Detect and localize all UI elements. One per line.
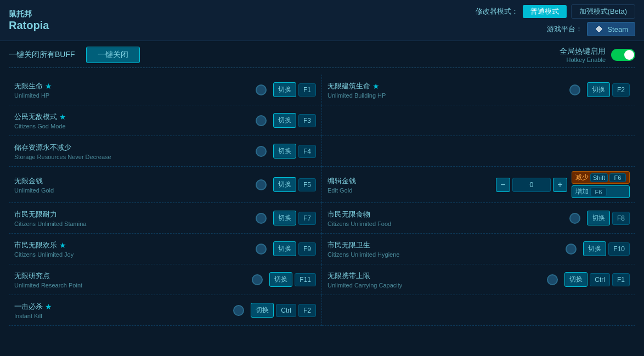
- header-right: 修改器模式： 普通模式 加强模式(Beta) 游戏平台： Steam: [476, 4, 635, 36]
- toggle-circle-unlimited-joy[interactable]: [256, 244, 267, 255]
- key-f4: F4: [298, 145, 316, 158]
- gold-buttons: 减少 Shift F6 增加 F6: [572, 171, 630, 198]
- toggle-circle-unlimited-research[interactable]: [252, 274, 263, 285]
- cheat-en-unlimited-hygiene: Citizens Unlimited Hygiene: [327, 251, 559, 258]
- cheat-unlimited-building-hp: 无限建筑生命 ★ Unlimited Building HP 切换 F2: [322, 75, 635, 105]
- key-f9: F9: [298, 242, 316, 256]
- header: 鼠托邦 Ratopia 修改器模式： 普通模式 加强模式(Beta) 游戏平台：…: [0, 0, 644, 41]
- toggle-circle-storage[interactable]: [256, 146, 267, 157]
- toggle-btn-unlimited-food[interactable]: 切换: [587, 211, 610, 225]
- toggle-btn-unlimited-joy[interactable]: 切换: [273, 241, 296, 256]
- mode-normal-button[interactable]: 普通模式: [523, 5, 567, 18]
- cheat-controls-unlimited-carrying: 切换 Ctrl F1: [564, 272, 630, 287]
- toggle-circle-unlimited-gold[interactable]: [256, 179, 267, 190]
- toggle-btn-building-hp[interactable]: 切换: [587, 82, 610, 97]
- mode-label: 修改器模式：: [476, 7, 518, 16]
- edit-gold-controls: − + 减少 Shift F6 增加 F6: [496, 171, 630, 198]
- cheat-cn-unlimited-carrying: 无限携带上限: [327, 271, 370, 281]
- cheat-instant-kill: 一击必杀 ★ Instant Kill 切换 Ctrl F2: [9, 295, 322, 326]
- cheat-en-unlimited-food: Citizens Unlimited Food: [327, 221, 563, 227]
- cheat-name-unlimited-food: 市民无限食物 Citizens Unlimited Food: [327, 210, 563, 227]
- plus-button[interactable]: +: [553, 178, 567, 192]
- steam-label: Steam: [607, 25, 628, 33]
- minus-button[interactable]: −: [496, 178, 510, 192]
- cheat-controls-instant-kill: 切换 Ctrl F2: [251, 303, 316, 318]
- cheat-name-instant-kill: 一击必杀 ★ Instant Kill: [14, 302, 227, 319]
- platform-row: 游戏平台： Steam: [547, 22, 635, 36]
- cheat-en-unlimited-stamina: Citizens Unlimited Stamina: [14, 221, 249, 227]
- key-f5: F5: [298, 178, 316, 191]
- key-ctrl-unlimited-carrying: Ctrl: [590, 273, 610, 286]
- gold-input[interactable]: [512, 178, 551, 192]
- cheat-name-unlimited-hp: 无限生命 ★ Unlimited HP: [14, 81, 249, 99]
- cheat-storage-resources: 储存资源永不减少 Storage Resources Never Decreas…: [9, 136, 322, 167]
- cheat-en-unlimited-building-hp: Unlimited Building HP: [327, 92, 563, 99]
- key-f6-increase: F6: [590, 188, 607, 196]
- toggle-circle-unlimited-hygiene[interactable]: [566, 244, 577, 255]
- star-icon-instant-kill[interactable]: ★: [45, 302, 52, 311]
- toggle-circle-building-hp[interactable]: [569, 84, 580, 95]
- hotkey-toggle[interactable]: [611, 49, 635, 61]
- cheat-unlimited-hygiene: 市民无限卫生 Citizens Unlimited Hygiene 切换 F10: [322, 234, 635, 264]
- one-key-section: 一键关闭所有BUFF 一键关闭: [9, 47, 140, 63]
- reduce-button[interactable]: 减少 Shift F6: [572, 171, 630, 184]
- cheat-controls-unlimited-stamina: 切换 F7: [273, 211, 316, 225]
- key-f11: F11: [295, 273, 316, 286]
- key-shift: Shift: [590, 173, 608, 182]
- toggle-circle-instant-kill[interactable]: [233, 305, 244, 316]
- cheat-unlimited-joy: 市民无限欢乐 ★ Citizens Unlimited Joy 切换 F9: [9, 234, 322, 264]
- mode-row: 修改器模式： 普通模式 加强模式(Beta): [476, 4, 635, 19]
- key-ctrl-instant-kill: Ctrl: [276, 304, 296, 317]
- cheat-controls-unlimited-research: 切换 F11: [269, 272, 316, 287]
- cheat-empty-3r: [322, 136, 635, 167]
- cheat-en-unlimited-carrying: Unlimited Carrying Capacity: [327, 282, 540, 289]
- cheat-cn-unlimited-stamina: 市民无限耐力: [14, 210, 57, 219]
- toggle-btn-unlimited-gold[interactable]: 切换: [273, 177, 296, 192]
- title-en: Ratopia: [9, 19, 49, 32]
- star-icon-unlimited-hp[interactable]: ★: [45, 82, 52, 91]
- cheat-name-god-mode: 公民无敌模式 ★ Citizens God Mode: [14, 112, 249, 129]
- key-f1: F1: [298, 83, 316, 97]
- mode-beta-button[interactable]: 加强模式(Beta): [571, 4, 635, 19]
- key-f8: F8: [612, 212, 630, 225]
- toggle-circle-god-mode[interactable]: [256, 115, 267, 126]
- toggle-btn-instant-kill[interactable]: 切换: [251, 303, 274, 318]
- cheat-cn-edit-gold: 编辑金钱: [327, 176, 356, 186]
- star-icon-unlimited-joy[interactable]: ★: [59, 241, 66, 250]
- toggle-circle-unlimited-food[interactable]: [569, 213, 580, 224]
- toggle-btn-god-mode[interactable]: 切换: [273, 113, 296, 128]
- top-controls: 一键关闭所有BUFF 一键关闭 全局热键启用 Hotkey Enable: [9, 47, 635, 68]
- cheat-empty-8r: [322, 295, 635, 326]
- star-icon-god-mode[interactable]: ★: [59, 112, 66, 121]
- cheat-name-unlimited-stamina: 市民无限耐力 Citizens Unlimited Stamina: [14, 210, 249, 227]
- cheat-cn-unlimited-joy: 市民无限欢乐: [14, 240, 57, 250]
- key-f1-unlimited-carrying: F1: [612, 273, 630, 286]
- one-key-button[interactable]: 一键关闭: [86, 47, 140, 63]
- toggle-btn-unlimited-hp[interactable]: 切换: [273, 82, 296, 97]
- steam-button[interactable]: Steam: [587, 22, 635, 36]
- star-icon-building-hp[interactable]: ★: [372, 82, 380, 91]
- key-f10: F10: [608, 242, 630, 256]
- toggle-circle-unlimited-carrying[interactable]: [547, 274, 558, 285]
- cheat-unlimited-research: 无限研究点 Unlimited Research Point 切换 F11: [9, 264, 322, 295]
- platform-label: 游戏平台：: [547, 24, 583, 34]
- toggle-btn-unlimited-hygiene[interactable]: 切换: [583, 241, 606, 256]
- hotkey-cn: 全局热键启用: [560, 47, 606, 56]
- increase-button[interactable]: 增加 F6: [572, 185, 630, 198]
- toggle-circle-unlimited-hp[interactable]: [256, 84, 267, 95]
- toggle-btn-unlimited-carrying[interactable]: 切换: [564, 272, 587, 287]
- toggle-btn-storage[interactable]: 切换: [273, 144, 296, 159]
- toggle-circle-unlimited-stamina[interactable]: [256, 213, 267, 224]
- cheat-en-god-mode: Citizens God Mode: [14, 123, 249, 129]
- cheat-name-unlimited-carrying: 无限携带上限 Unlimited Carrying Capacity: [327, 271, 540, 289]
- cheat-controls-storage: 切换 F4: [273, 144, 316, 159]
- cheat-cn-unlimited-hp: 无限生命: [14, 81, 43, 91]
- cheat-grid: 无限生命 ★ Unlimited HP 切换 F1 无限建筑生命 ★ Unlim…: [9, 75, 635, 326]
- toggle-btn-unlimited-stamina[interactable]: 切换: [273, 211, 296, 225]
- key-f2: F2: [612, 83, 630, 97]
- cheat-name-edit-gold: 编辑金钱 Edit Gold: [327, 176, 496, 194]
- cheat-god-mode: 公民无敌模式 ★ Citizens God Mode 切换 F3: [9, 105, 322, 136]
- cheat-cn-unlimited-gold: 无限金钱: [14, 176, 43, 186]
- main-content: 一键关闭所有BUFF 一键关闭 全局热键启用 Hotkey Enable 无限生…: [0, 41, 644, 331]
- toggle-btn-unlimited-research[interactable]: 切换: [269, 272, 292, 287]
